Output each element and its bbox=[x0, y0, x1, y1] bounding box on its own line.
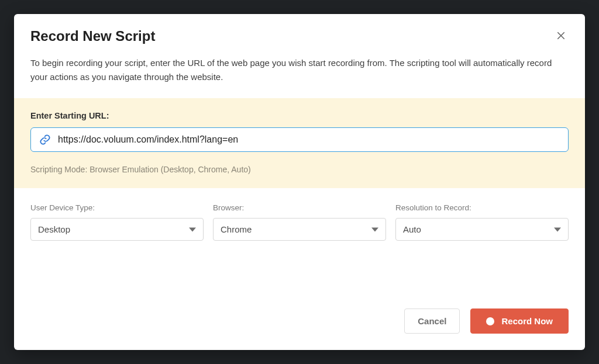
close-icon bbox=[556, 34, 566, 43]
device-type-value: Desktop bbox=[38, 224, 70, 234]
record-now-button-label: Record Now bbox=[501, 316, 553, 326]
close-button[interactable] bbox=[553, 28, 569, 43]
url-input-container[interactable] bbox=[30, 127, 569, 152]
caret-down-icon bbox=[189, 226, 196, 233]
resolution-value: Auto bbox=[403, 224, 421, 234]
modal-description: To begin recording your script, enter th… bbox=[14, 44, 585, 98]
url-input-label: Enter Starting URL: bbox=[30, 111, 569, 120]
browser-select[interactable]: Chrome bbox=[213, 218, 386, 241]
resolution-field: Resolution to Record: Auto bbox=[395, 203, 569, 241]
modal-footer: Cancel Record Now bbox=[14, 308, 585, 350]
browser-label: Browser: bbox=[213, 203, 386, 212]
caret-down-icon bbox=[371, 226, 378, 233]
record-icon bbox=[486, 317, 494, 325]
resolution-label: Resolution to Record: bbox=[395, 203, 569, 212]
link-icon bbox=[39, 134, 51, 145]
browser-field: Browser: Chrome bbox=[213, 203, 386, 241]
options-row: User Device Type: Desktop Browser: Chrom… bbox=[14, 188, 585, 247]
scripting-mode-label: Scripting Mode: bbox=[30, 165, 87, 174]
url-section: Enter Starting URL: Scripting Mode: Brow… bbox=[14, 98, 585, 188]
device-type-select[interactable]: Desktop bbox=[30, 218, 204, 241]
cancel-button[interactable]: Cancel bbox=[404, 308, 460, 334]
device-type-field: User Device Type: Desktop bbox=[30, 203, 204, 241]
scripting-mode-text: Scripting Mode: Browser Emulation (Deskt… bbox=[30, 165, 569, 174]
scripting-mode-value: Browser Emulation (Desktop, Chrome, Auto… bbox=[89, 165, 250, 174]
browser-value: Chrome bbox=[221, 224, 252, 234]
cancel-button-label: Cancel bbox=[418, 316, 446, 326]
record-now-button[interactable]: Record Now bbox=[470, 308, 569, 334]
record-script-modal: Record New Script To begin recording you… bbox=[14, 14, 585, 350]
url-input[interactable] bbox=[58, 134, 560, 145]
modal-title: Record New Script bbox=[30, 28, 155, 44]
device-type-label: User Device Type: bbox=[30, 203, 204, 212]
caret-down-icon bbox=[554, 226, 561, 233]
modal-header: Record New Script bbox=[14, 14, 585, 44]
resolution-select[interactable]: Auto bbox=[395, 218, 569, 241]
